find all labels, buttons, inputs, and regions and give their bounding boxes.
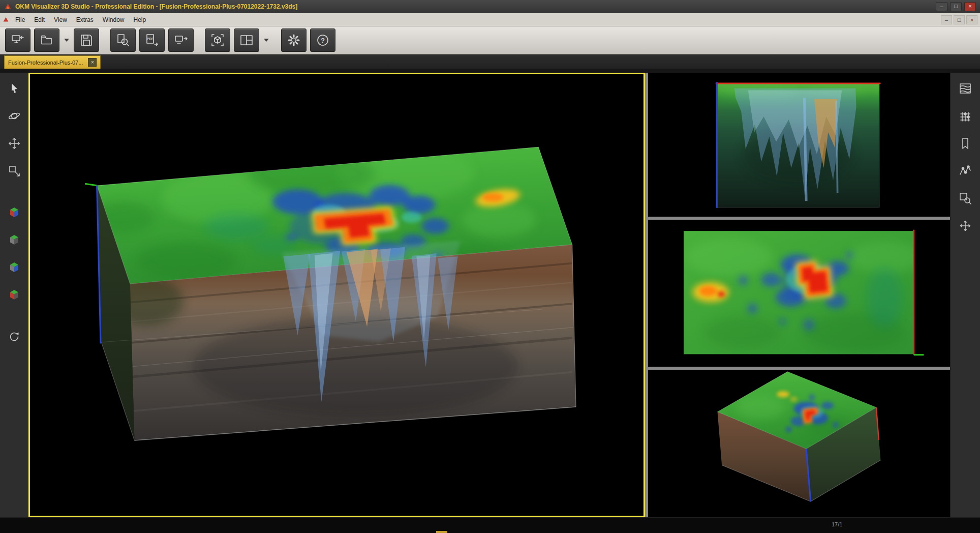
settings-button[interactable] — [281, 28, 307, 52]
window-controls: – □ × — [936, 2, 976, 11]
move-arrows-icon — [8, 137, 21, 150]
cube-top-icon — [8, 233, 21, 247]
view-front-button[interactable] — [4, 284, 25, 306]
menu-help[interactable]: Help — [129, 14, 151, 25]
status-position-text: 17/1 — [832, 521, 842, 527]
side-view-viewport[interactable] — [648, 73, 950, 217]
export-view-button[interactable] — [168, 28, 194, 52]
pan-views-icon — [959, 219, 972, 232]
menu-extras[interactable]: Extras — [72, 14, 98, 25]
zoom-document-icon — [116, 33, 130, 47]
mdi-restore-button[interactable]: □ — [954, 15, 965, 24]
signal-path-icon — [959, 164, 972, 177]
reset-view-button[interactable] — [4, 326, 25, 347]
scale-tool-button[interactable] — [4, 160, 25, 182]
tab-label: Fusion-Professional-Plus-07... — [8, 60, 83, 66]
tab-close-icon[interactable]: × — [88, 58, 97, 67]
cube-front-icon — [8, 288, 21, 302]
save-icon — [79, 33, 94, 47]
signal-analysis-button[interactable] — [955, 160, 976, 182]
orbit-tool-button[interactable] — [4, 105, 25, 127]
menu-view[interactable]: View — [49, 14, 72, 25]
iso-view-scene — [648, 370, 950, 517]
open-file-dropdown[interactable] — [64, 39, 69, 42]
mdi-minimize-button[interactable]: – — [941, 15, 952, 24]
settings-gear-icon — [287, 33, 301, 47]
maximize-button[interactable]: □ — [950, 2, 962, 11]
fit-3d-cube-icon — [210, 33, 225, 47]
pan-views-button[interactable] — [955, 215, 976, 236]
main-toolbar: PDF — [0, 26, 980, 54]
cube-side-icon — [8, 261, 21, 274]
statusbar: 17/1 — [0, 517, 980, 533]
menu-window[interactable]: Window — [98, 14, 129, 25]
main-3d-scene — [30, 74, 644, 516]
orbit-icon — [8, 109, 21, 123]
reset-rotation-icon — [8, 330, 21, 343]
tab-fusion-professional-plus[interactable]: Fusion-Professional-Plus-07... × — [4, 55, 101, 69]
menu-edit[interactable]: Edit — [29, 14, 49, 25]
cube-3d-icon — [8, 206, 21, 219]
import-scan-icon — [11, 33, 25, 47]
grid-snap-button[interactable] — [955, 105, 976, 127]
window-title: OKM Visualizer 3D Studio - Professional … — [15, 3, 297, 10]
app-logo-icon — [4, 3, 12, 10]
document-tabbar: Fusion-Professional-Plus-07... × — [0, 54, 980, 69]
main-3d-viewport[interactable] — [28, 73, 645, 517]
import-scan-button[interactable] — [5, 28, 30, 52]
status-marker[interactable] — [436, 531, 447, 533]
zoom-document-button[interactable] — [110, 28, 136, 52]
app-window: OKM Visualizer 3D Studio - Professional … — [0, 0, 980, 533]
layout-views-icon — [239, 33, 254, 47]
open-file-button[interactable] — [34, 28, 59, 52]
view-3d-button[interactable] — [4, 202, 25, 223]
svg-text:PDF: PDF — [147, 37, 154, 41]
top-view-viewport[interactable] — [648, 220, 950, 367]
menu-app-icon — [3, 16, 9, 23]
bookmark-icon — [959, 137, 972, 150]
help-button[interactable]: ? — [310, 28, 335, 52]
fit-3d-view-button[interactable] — [205, 28, 230, 52]
minimize-button[interactable]: – — [936, 2, 947, 11]
menubar: File Edit View Extras Window Help – □ × — [0, 13, 980, 26]
layout-views-button[interactable] — [234, 28, 259, 52]
export-pdf-button[interactable]: PDF — [139, 28, 165, 52]
workspace — [0, 69, 980, 517]
soil-layers-button[interactable] — [955, 78, 976, 99]
soil-layers-icon — [959, 82, 972, 95]
side-view-scene — [648, 73, 950, 217]
select-tool-button[interactable] — [4, 78, 25, 99]
top-view-scene — [648, 220, 950, 367]
save-button[interactable] — [74, 28, 99, 52]
grid-snap-icon — [959, 109, 972, 123]
svg-text:?: ? — [321, 37, 325, 44]
mdi-window-controls: – □ × — [941, 15, 977, 24]
close-button[interactable]: × — [964, 2, 976, 11]
region-detail-button[interactable] — [955, 188, 976, 209]
layout-views-dropdown[interactable] — [264, 39, 269, 42]
region-zoom-icon — [959, 192, 972, 205]
right-toolstrip — [950, 73, 980, 517]
iso-view-viewport[interactable] — [648, 370, 950, 517]
left-toolstrip — [0, 73, 28, 517]
titlebar: OKM Visualizer 3D Studio - Professional … — [0, 0, 980, 13]
pan-tool-button[interactable] — [4, 133, 25, 154]
cursor-icon — [8, 82, 21, 95]
menu-file[interactable]: File — [11, 14, 29, 25]
scale-icon — [8, 164, 21, 177]
export-view-icon — [174, 33, 188, 47]
view-side-button[interactable] — [4, 257, 25, 278]
mdi-close-button[interactable]: × — [966, 15, 977, 24]
help-icon: ? — [316, 33, 330, 47]
bookmark-button[interactable] — [955, 133, 976, 154]
export-pdf-icon: PDF — [145, 33, 159, 47]
secondary-viewports — [648, 73, 950, 517]
open-folder-icon — [40, 33, 54, 47]
view-top-button[interactable] — [4, 229, 25, 251]
